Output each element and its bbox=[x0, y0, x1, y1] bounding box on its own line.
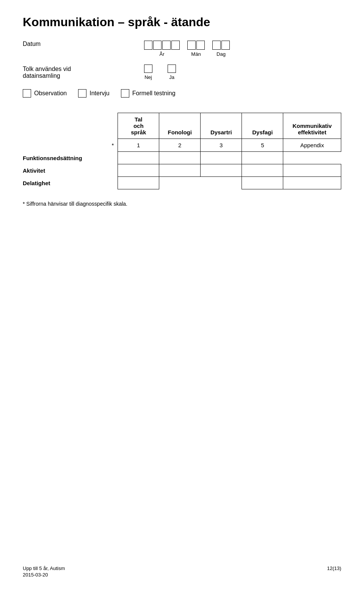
formell-testning-item: Formell testning bbox=[121, 89, 176, 98]
aktivitet-star bbox=[105, 164, 118, 177]
delatighet-empty-1 bbox=[159, 177, 201, 189]
man-group: Män bbox=[187, 41, 205, 57]
man-label: Män bbox=[191, 51, 201, 57]
header-dysfagi: Dysfagi bbox=[242, 113, 283, 139]
footer-line1: Upp till 5 år, Autism bbox=[23, 565, 65, 571]
table-row-aktivitet: Aktivitet bbox=[23, 164, 341, 177]
tolk-ja-checkbox[interactable] bbox=[168, 65, 176, 73]
num-appendix: Appendix bbox=[283, 139, 341, 152]
dag-inputs bbox=[212, 41, 230, 50]
delatighet-cell-2[interactable] bbox=[242, 177, 283, 189]
table-row-delatighet: Delatighet bbox=[23, 177, 341, 189]
tolk-checkboxes: Nej Ja bbox=[144, 65, 176, 80]
header-dysartri: Dysartri bbox=[201, 113, 242, 139]
ar-box-3[interactable] bbox=[162, 41, 171, 50]
observation-item: Observation bbox=[23, 89, 67, 98]
page-title: Kommunikation – språk - ätande bbox=[23, 15, 341, 29]
datum-row: Datum År Män Dag bbox=[23, 41, 341, 57]
aktivitet-cell-2[interactable] bbox=[159, 164, 201, 177]
footer-left: Upp till 5 år, Autism 2015-03-20 bbox=[23, 565, 65, 578]
funktionsnedsattning-star bbox=[105, 152, 118, 164]
observation-row: Observation Intervju Formell testning bbox=[23, 89, 341, 98]
header-empty-2 bbox=[105, 113, 118, 139]
aktivitet-cell-4[interactable] bbox=[242, 164, 283, 177]
tolk-label: Tolk användes vid datainsamling bbox=[23, 66, 106, 79]
aktivitet-cell-3[interactable] bbox=[201, 164, 242, 177]
num-fonologi: 2 bbox=[159, 139, 201, 152]
man-box-2[interactable] bbox=[196, 41, 205, 50]
ar-label: År bbox=[160, 51, 165, 57]
tolk-ja-item: Ja bbox=[168, 65, 176, 80]
footer: Upp till 5 år, Autism 2015-03-20 12(13) bbox=[23, 565, 341, 578]
dag-label: Dag bbox=[217, 51, 226, 57]
formell-testning-checkbox[interactable] bbox=[121, 89, 129, 98]
datum-label: Datum bbox=[23, 41, 106, 47]
header-fonologi: Fonologi bbox=[159, 113, 201, 139]
table-header-row: Tal och språk Fonologi Dysartri Dysfagi … bbox=[23, 113, 341, 139]
num-dysfagi: 5 bbox=[242, 139, 283, 152]
header-tal-sprak: Tal och språk bbox=[118, 113, 159, 139]
funktionsnedsattning-label: Funktionsnedsättning bbox=[23, 152, 105, 164]
delatighet-cell-3[interactable] bbox=[283, 177, 341, 189]
intervju-checkbox[interactable] bbox=[78, 89, 86, 98]
man-inputs bbox=[187, 41, 205, 50]
delatighet-star bbox=[105, 177, 118, 189]
ar-group: År bbox=[144, 41, 180, 57]
footnote: * Siffrorna hänvisar till diagnosspecifi… bbox=[23, 201, 341, 207]
intervju-item: Intervju bbox=[78, 89, 109, 98]
intervju-label: Intervju bbox=[89, 90, 109, 97]
num-dysartri: 3 bbox=[201, 139, 242, 152]
aktivitet-cell-1[interactable] bbox=[118, 164, 159, 177]
delatighet-cell-1[interactable] bbox=[118, 177, 159, 189]
man-box-1[interactable] bbox=[187, 41, 196, 50]
formell-testning-label: Formell testning bbox=[132, 90, 176, 97]
funktionsnedsattning-cell-3[interactable] bbox=[201, 152, 242, 164]
num-empty-1 bbox=[23, 139, 105, 152]
ar-box-2[interactable] bbox=[153, 41, 162, 50]
tolk-row: Tolk användes vid datainsamling Nej Ja bbox=[23, 65, 341, 80]
delatighet-label: Delatighet bbox=[23, 177, 105, 189]
delatighet-empty-2 bbox=[201, 177, 242, 189]
aktivitet-label: Aktivitet bbox=[23, 164, 105, 177]
funktionsnedsattning-empty bbox=[283, 152, 341, 164]
ar-inputs bbox=[144, 41, 180, 50]
table-row-funktionsnedsattning: Funktionsnedsättning bbox=[23, 152, 341, 164]
observation-checkbox[interactable] bbox=[23, 89, 31, 98]
tolk-nej-item: Nej bbox=[144, 65, 152, 80]
dag-box-1[interactable] bbox=[212, 41, 221, 50]
ar-box-1[interactable] bbox=[144, 41, 152, 50]
table-section: Tal och språk Fonologi Dysartri Dysfagi … bbox=[23, 113, 341, 189]
header-kommunikativ: Kommunikativ effektivitet bbox=[283, 113, 341, 139]
star-symbol: * bbox=[105, 139, 118, 152]
footer-line2: 2015-03-20 bbox=[23, 572, 65, 578]
observation-label: Observation bbox=[34, 90, 67, 97]
ar-box-4[interactable] bbox=[171, 41, 180, 50]
header-empty-1 bbox=[23, 113, 105, 139]
funktionsnedsattning-cell-4[interactable] bbox=[242, 152, 283, 164]
aktivitet-cell-5[interactable] bbox=[283, 164, 341, 177]
tolk-nej-checkbox[interactable] bbox=[144, 65, 152, 73]
table-number-row: * 1 2 3 5 Appendix bbox=[23, 139, 341, 152]
dag-box-2[interactable] bbox=[221, 41, 230, 50]
dag-group: Dag bbox=[212, 41, 230, 57]
date-boxes: År Män Dag bbox=[144, 41, 230, 57]
footer-page-number: 12(13) bbox=[327, 565, 341, 578]
tolk-nej-label: Nej bbox=[144, 74, 152, 80]
num-tal: 1 bbox=[118, 139, 159, 152]
tolk-ja-label: Ja bbox=[169, 74, 174, 80]
funktionsnedsattning-cell-1[interactable] bbox=[118, 152, 159, 164]
main-table: Tal och språk Fonologi Dysartri Dysfagi … bbox=[23, 113, 341, 189]
funktionsnedsattning-cell-2[interactable] bbox=[159, 152, 201, 164]
